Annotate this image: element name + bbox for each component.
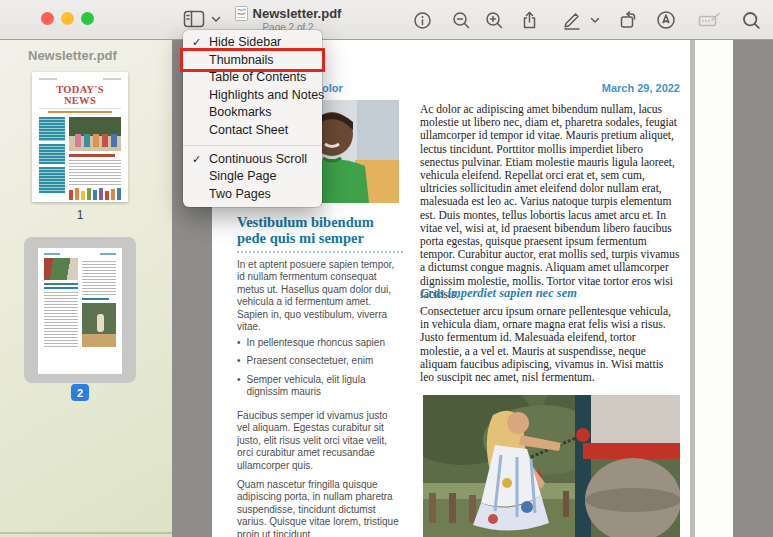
search-button[interactable] <box>742 11 761 30</box>
doc-date: March 29, 2022 <box>512 82 680 94</box>
zoom-in-button[interactable] <box>485 11 504 30</box>
markup-icon <box>561 10 582 30</box>
thumb2-playground-photo <box>82 303 116 347</box>
menu-item-single-page[interactable]: Single Page <box>183 168 322 186</box>
toolbar <box>413 0 761 40</box>
chevron-down-icon <box>211 16 221 23</box>
thumbnail-sidebar: Newsletter.pdf TODAY'S NEWS <box>0 40 172 537</box>
left-column-para2: Faucibus semper id vivamus justo vel ali… <box>237 410 403 472</box>
markup-chevron-icon <box>590 17 600 24</box>
annotate-button[interactable] <box>656 10 676 30</box>
menu-item-highlights-and-notes[interactable]: Highlights and Notes <box>183 87 322 105</box>
left-column-bullets: •In pellentesque rhoncus sapien •Praesen… <box>237 337 403 399</box>
left-column-heading: Vestibulum bibendum pede quis mi semper <box>237 214 403 246</box>
titlebar: Newsletter.pdf Page 2 of 2 <box>0 0 773 40</box>
sidebar-view-menu-button[interactable] <box>183 10 221 28</box>
sidebar-bottom-edge <box>0 532 172 534</box>
text-tools-button[interactable] <box>698 11 722 29</box>
rotate-icon <box>618 10 638 30</box>
thumb1-classroom-photo <box>69 117 121 151</box>
thumb2-blue-heading <box>44 283 78 289</box>
left-column-para3: Quam nascetur fringilla quisque adipisci… <box>237 479 403 537</box>
right-column-para1: Ac dolor ac adipiscing amet bibendum nul… <box>420 103 680 301</box>
annotate-icon <box>656 10 676 30</box>
zoom-window-button[interactable] <box>81 12 94 25</box>
playground-photo <box>423 395 680 537</box>
thumb1-subtitle-bar <box>48 111 112 113</box>
sidebar-icon <box>183 10 205 28</box>
bullet-dot: • <box>237 337 241 349</box>
close-window-button[interactable] <box>41 12 54 25</box>
menu-item-contact-sheet[interactable]: Contact Sheet <box>183 122 322 140</box>
menu-item-bookmarks[interactable]: Bookmarks <box>183 104 322 122</box>
sidebar-doc-label: Newsletter.pdf <box>28 48 117 63</box>
thumb1-teal-column <box>39 117 65 200</box>
share-icon <box>520 10 539 30</box>
info-button[interactable] <box>413 11 432 30</box>
minimize-window-button[interactable] <box>61 12 74 25</box>
zoom-in-icon <box>485 11 504 30</box>
page-2-thumbnail[interactable] <box>38 248 122 374</box>
menu-item-two-pages[interactable]: Two Pages <box>183 186 322 204</box>
thumb1-crayons-image <box>69 188 121 200</box>
thumb1-masthead <box>39 78 121 80</box>
right-column-heading: Cras imperdiet sapien nec sem <box>420 286 680 301</box>
page-1-number: 1 <box>32 208 128 222</box>
markup-options-button[interactable] <box>590 17 600 24</box>
pdf-document-icon <box>235 6 248 21</box>
zoom-out-button[interactable] <box>452 11 471 30</box>
left-column-para1: In et aptent posuere sapien tempor, id n… <box>237 259 403 333</box>
bullet-item: •In pellentesque rhoncus sapien <box>237 337 403 349</box>
thumb1-title: TODAY'S NEWS <box>39 84 121 109</box>
checkmark-icon: ✓ <box>192 151 201 169</box>
zoom-out-icon <box>452 11 471 30</box>
preview-window: Newsletter.pdf Page 2 of 2 <box>0 0 773 537</box>
bullet-item: •Praesent consectetuer, enim <box>237 355 403 367</box>
share-button[interactable] <box>520 10 539 30</box>
right-column-para2: Consectetuer arcu ipsum ornare pellentes… <box>420 305 680 384</box>
thumb2-text-lines <box>44 292 78 348</box>
doc-header-left: olor <box>322 82 343 94</box>
thumb1-text-lines <box>69 160 121 186</box>
menu-item-continuous-scroll[interactable]: ✓ Continuous Scroll <box>183 151 322 169</box>
search-icon <box>742 11 761 30</box>
info-icon <box>413 11 432 30</box>
text-tools-icon <box>698 11 722 29</box>
markup-button[interactable] <box>561 10 582 30</box>
page-2-number-badge: 2 <box>71 384 89 401</box>
thumb1-red-heading <box>69 154 115 157</box>
window-title: Newsletter.pdf <box>253 6 342 21</box>
bullet-dot: • <box>237 374 241 399</box>
bullet-item: •Semper vehicula, elit ligula dignissim … <box>237 374 403 399</box>
dotted-divider <box>237 251 403 253</box>
menu-separator <box>183 145 322 146</box>
thumb2-blue-subhead <box>82 298 109 300</box>
window-title-group: Newsletter.pdf Page 2 of 2 <box>228 6 348 33</box>
thumb2-text-lines-right <box>82 261 116 295</box>
bullet-dot: • <box>237 355 241 367</box>
rotate-button[interactable] <box>618 10 638 30</box>
adjacent-page-edge <box>695 40 733 537</box>
page-1-thumbnail[interactable]: TODAY'S NEWS <box>32 72 128 202</box>
annotation-red-box <box>180 48 325 72</box>
thumb2-classroom-photo <box>44 258 78 280</box>
